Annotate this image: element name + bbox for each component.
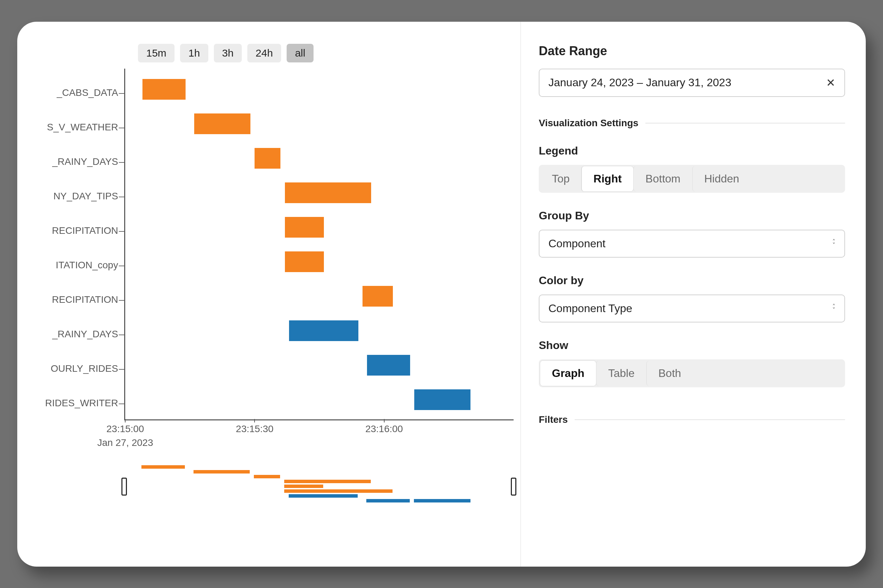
- range-handle-right[interactable]: [511, 478, 516, 496]
- filters-divider: Filters: [539, 414, 845, 425]
- color-by-label: Color by: [539, 274, 845, 287]
- y-axis-label: NY_DAY_TIPS –: [34, 179, 124, 213]
- x-tick: [384, 419, 385, 423]
- y-axis-label: RIDES_WRITER –: [34, 386, 124, 420]
- time-range-buttons: 15m1h3h24hall: [138, 44, 514, 62]
- y-axis-labels: _CABS_DATA –S_V_WEATHER –_RAINY_DAYS –NY…: [34, 69, 124, 420]
- y-axis-label: _RAINY_DAYS –: [34, 144, 124, 179]
- overview-bar: [141, 465, 184, 469]
- show-option-both[interactable]: Both: [646, 361, 693, 386]
- settings-panel: Date Range January 24, 2023 – January 31…: [521, 22, 866, 567]
- chevrons-icon: ˄˅: [832, 240, 835, 247]
- visualization-settings-divider: Visualization Settings: [539, 118, 845, 129]
- overview-bar: [366, 499, 409, 502]
- overview-bar: [193, 470, 250, 474]
- x-tick-label: 23:15:00: [106, 423, 144, 435]
- filters-label: Filters: [539, 414, 568, 425]
- gantt-bar[interactable]: [194, 114, 250, 134]
- group-by-select[interactable]: Component ˄˅: [539, 230, 845, 258]
- time-button-1h[interactable]: 1h: [180, 44, 208, 62]
- y-axis-label: S_V_WEATHER –: [34, 110, 124, 144]
- show-label: Show: [539, 339, 845, 352]
- x-tick: [254, 419, 255, 423]
- y-axis-label: ITATION_copy –: [34, 248, 124, 282]
- time-button-24h[interactable]: 24h: [247, 44, 281, 62]
- group-by-label: Group By: [539, 209, 845, 222]
- time-button-3h[interactable]: 3h: [214, 44, 242, 62]
- gantt-bar[interactable]: [363, 286, 393, 307]
- gantt-bar[interactable]: [255, 148, 280, 169]
- time-button-15m[interactable]: 15m: [138, 44, 174, 62]
- y-axis-label: RECIPITATION –: [34, 282, 124, 317]
- overview-bar: [284, 489, 393, 493]
- overview-bar: [284, 480, 371, 483]
- gantt-bar[interactable]: [285, 217, 324, 238]
- legend-segmented-control: TopRightBottomHidden: [539, 165, 845, 193]
- gantt-bar[interactable]: [285, 251, 324, 272]
- y-axis-label: OURLY_RIDES –: [34, 351, 124, 386]
- x-tick: [125, 419, 126, 423]
- show-option-table[interactable]: Table: [596, 361, 646, 386]
- overview-bar: [289, 494, 358, 498]
- show-option-graph[interactable]: Graph: [540, 361, 596, 386]
- date-range-value: January 24, 2023 – January 31, 2023: [549, 76, 731, 89]
- color-by-value: Component Type: [549, 302, 632, 315]
- legend-option-bottom[interactable]: Bottom: [633, 166, 692, 191]
- chart-panel: 15m1h3h24hall _CABS_DATA –S_V_WEATHER –_…: [17, 22, 521, 567]
- app-card: 15m1h3h24hall _CABS_DATA –S_V_WEATHER –_…: [17, 22, 866, 567]
- visualization-settings-label: Visualization Settings: [539, 118, 639, 129]
- plot-area[interactable]: 23:15:0023:15:3023:16:00Jan 27, 2023: [124, 69, 514, 420]
- date-range-heading: Date Range: [539, 44, 845, 58]
- date-range-picker[interactable]: January 24, 2023 – January 31, 2023 ✕: [539, 69, 845, 97]
- x-tick-label: 23:15:30: [236, 423, 273, 435]
- overview-strip[interactable]: [124, 465, 514, 507]
- x-tick-label: 23:16:00: [365, 423, 403, 435]
- y-axis-label: _CABS_DATA –: [34, 75, 124, 110]
- legend-option-right[interactable]: Right: [582, 166, 634, 191]
- overview-bar: [284, 484, 323, 488]
- legend-option-hidden[interactable]: Hidden: [692, 166, 751, 191]
- color-by-select[interactable]: Component Type ˄˅: [539, 294, 845, 322]
- gantt-bar[interactable]: [367, 355, 410, 375]
- gantt-bar[interactable]: [289, 320, 358, 341]
- overview-bar: [254, 475, 280, 478]
- gantt-chart: _CABS_DATA –S_V_WEATHER –_RAINY_DAYS –NY…: [34, 69, 514, 420]
- close-icon[interactable]: ✕: [826, 76, 835, 89]
- y-axis-label: RECIPITATION –: [34, 213, 124, 248]
- legend-option-top[interactable]: Top: [540, 166, 582, 191]
- range-handle-left[interactable]: [121, 478, 127, 496]
- gantt-bar[interactable]: [414, 389, 471, 410]
- gantt-bar[interactable]: [142, 79, 186, 100]
- time-button-all[interactable]: all: [286, 44, 313, 62]
- overview-bar: [414, 499, 470, 502]
- legend-label: Legend: [539, 144, 845, 157]
- group-by-value: Component: [549, 237, 605, 250]
- gantt-bar[interactable]: [285, 182, 371, 203]
- x-axis-date: Jan 27, 2023: [97, 437, 153, 448]
- y-axis-label: _RAINY_DAYS –: [34, 317, 124, 351]
- chevrons-icon: ˄˅: [832, 305, 835, 311]
- show-segmented-control: GraphTableBoth: [539, 359, 845, 387]
